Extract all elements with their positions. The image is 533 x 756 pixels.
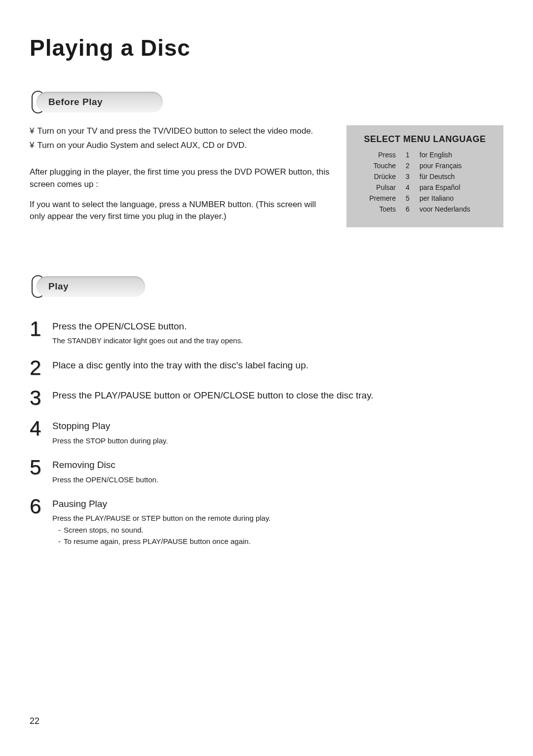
dash-icon: -	[52, 524, 64, 536]
table-row: Press 1 for English	[353, 149, 496, 160]
bullet-text: Turn on your Audio System and select AUX…	[37, 140, 247, 152]
before-play-content: ¥ Turn on your TV and press the TV/VIDEO…	[30, 125, 503, 231]
section-before-play: Before Play	[32, 91, 163, 113]
step-main-text: Pausing Play	[52, 497, 503, 511]
lang-press: Press	[353, 149, 399, 160]
language-table: Press 1 for English Touche 2 pour França…	[353, 149, 496, 215]
step-main-text: Place a disc gently into the tray with t…	[52, 359, 503, 372]
lang-num: 5	[399, 193, 417, 204]
lang-num: 4	[399, 182, 417, 193]
step-sub-text: Press the STOP button during play.	[52, 435, 503, 446]
step-number: 6	[30, 497, 52, 516]
step-body: Pausing Play Press the PLAY/PAUSE or STE…	[52, 496, 503, 547]
lang-text: for English	[417, 149, 496, 160]
bullet-glyph: ¥	[30, 140, 37, 152]
section-label: Play	[37, 276, 145, 297]
step-main-text: Press the OPEN/CLOSE button.	[52, 320, 503, 333]
lang-num: 6	[399, 204, 417, 215]
lang-text: für Deutsch	[417, 171, 496, 182]
step-sub-text: The STANDBY indicator light goes out and…	[52, 335, 503, 346]
bullet-text: Turn on your TV and press the TV/VIDEO b…	[37, 125, 313, 138]
dash-icon: -	[52, 536, 64, 547]
lang-text: para Español	[417, 182, 496, 193]
step-number: 3	[30, 389, 52, 407]
step-dash-line: - Screen stops, no sound.	[52, 524, 503, 536]
step-body: Removing Disc Press the OPEN/CLOSE butto…	[52, 457, 503, 485]
lang-text: pour Français	[417, 160, 496, 171]
language-menu-title: SELECT MENU LANGUAGE	[353, 134, 496, 144]
lang-num: 3	[399, 171, 417, 182]
lang-press: Drücke	[353, 171, 399, 182]
step-number: 4	[30, 419, 52, 438]
lang-press: Touche	[353, 160, 399, 171]
step-body: Press the PLAY/PAUSE button or OPEN/CLOS…	[52, 388, 503, 404]
section-play: Play	[32, 275, 145, 298]
dash-text: Screen stops, no sound.	[64, 524, 144, 536]
step-body: Place a disc gently into the tray with t…	[52, 358, 503, 374]
lang-text: per Italiano	[417, 193, 496, 204]
step-item: 5 Removing Disc Press the OPEN/CLOSE but…	[30, 457, 503, 485]
bullet-item: ¥ Turn on your TV and press the TV/VIDEO…	[30, 125, 334, 138]
table-row: Toets 6 voor Nederlands	[353, 204, 496, 215]
page-number: 22	[30, 716, 39, 726]
manual-page: Playing a Disc Before Play ¥ Turn on you…	[0, 0, 533, 756]
step-body: Press the OPEN/CLOSE button. The STANDBY…	[52, 319, 503, 347]
step-number: 1	[30, 320, 52, 338]
lang-num: 1	[399, 149, 417, 160]
play-steps: 1 Press the OPEN/CLOSE button. The STAND…	[30, 319, 503, 547]
step-sub-line: Press the PLAY/PAUSE or STEP button on t…	[52, 512, 503, 524]
step-dash-line: - To resume again, press PLAY/PAUSE butt…	[52, 536, 503, 547]
lang-press: Pulsar	[353, 182, 399, 193]
lang-num: 2	[399, 160, 417, 171]
table-row: Premere 5 per Italiano	[353, 193, 496, 204]
step-item: 4 Stopping Play Press the STOP button du…	[30, 418, 503, 446]
lang-press: Premere	[353, 193, 399, 204]
step-number: 5	[30, 458, 52, 477]
step-main-text: Removing Disc	[52, 458, 503, 472]
page-title: Playing a Disc	[30, 35, 503, 61]
before-play-text: ¥ Turn on your TV and press the TV/VIDEO…	[30, 125, 334, 231]
bullet-glyph: ¥	[30, 125, 37, 138]
table-row: Pulsar 4 para Español	[353, 182, 496, 193]
dash-text: To resume again, press PLAY/PAUSE button…	[64, 536, 251, 547]
step-body: Stopping Play Press the STOP button duri…	[52, 418, 503, 446]
step-number: 2	[30, 359, 52, 377]
lang-press: Toets	[353, 204, 399, 215]
step-main-text: Press the PLAY/PAUSE button or OPEN/CLOS…	[52, 389, 503, 402]
language-menu-box: SELECT MENU LANGUAGE Press 1 for English…	[346, 125, 503, 227]
step-item: 6 Pausing Play Press the PLAY/PAUSE or S…	[30, 496, 503, 547]
table-row: Touche 2 pour Français	[353, 160, 496, 171]
section-label: Before Play	[37, 92, 163, 112]
table-row: Drücke 3 für Deutsch	[353, 171, 496, 182]
step-sub-text: Press the PLAY/PAUSE or STEP button on t…	[52, 512, 503, 547]
step-item: 1 Press the OPEN/CLOSE button. The STAND…	[30, 319, 503, 347]
bullet-item: ¥ Turn on your Audio System and select A…	[30, 140, 334, 152]
paragraph: After plugging in the player, the first …	[30, 166, 334, 190]
step-item: 3 Press the PLAY/PAUSE button or OPEN/CL…	[30, 388, 503, 407]
lang-text: voor Nederlands	[417, 204, 496, 215]
step-sub-text: Press the OPEN/CLOSE button.	[52, 474, 503, 485]
step-main-text: Stopping Play	[52, 419, 503, 433]
paragraph: If you want to select the language, pres…	[30, 199, 334, 223]
step-item: 2 Place a disc gently into the tray with…	[30, 358, 503, 377]
